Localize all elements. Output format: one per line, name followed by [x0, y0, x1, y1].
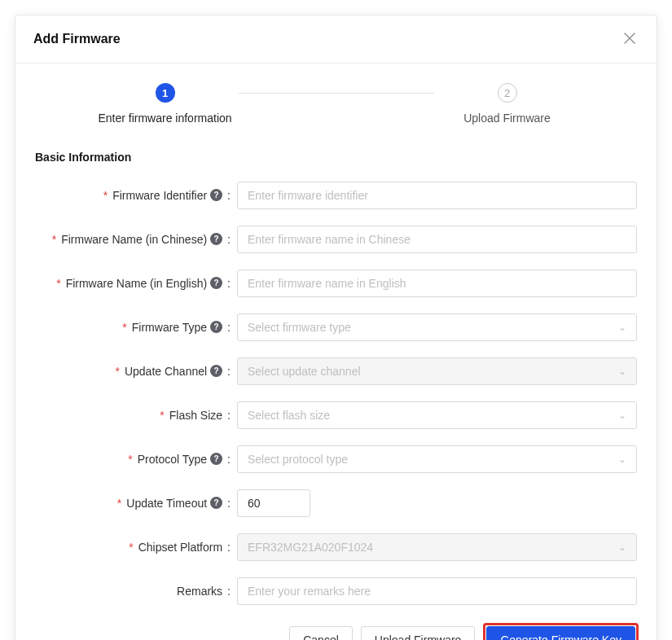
row-firmware-name-cn: * Firmware Name (in Chinese) ? : — [35, 226, 637, 253]
add-firmware-modal: Add Firmware 1 Enter firmware informatio… — [15, 15, 657, 640]
chevron-down-icon: ⌄ — [618, 541, 626, 553]
stepper: 1 Enter firmware information 2 Upload Fi… — [92, 83, 581, 126]
help-icon[interactable]: ? — [210, 321, 222, 333]
step-2: 2 Upload Firmware — [434, 83, 581, 126]
chevron-down-icon: ⌄ — [618, 366, 626, 377]
label-update-timeout: * Update Timeout ? : — [35, 497, 237, 510]
modal-header: Add Firmware — [15, 15, 657, 64]
row-chipset-platform: * Chipset Platform : EFR32MG21A020F1024 … — [35, 533, 637, 561]
label-update-channel: * Update Channel ? : — [35, 365, 237, 378]
label-protocol-type: * Protocol Type ? : — [35, 453, 237, 466]
generate-key-highlight: Generate Firmware Key — [483, 623, 639, 640]
modal-footer: Cancel Upload Firmware Generate Firmware… — [15, 618, 657, 640]
required-marker: * — [103, 189, 108, 202]
required-marker: * — [122, 321, 126, 334]
row-remarks: Remarks : — [35, 577, 637, 605]
close-button[interactable] — [621, 28, 639, 50]
row-flash-size: * Flash Size : Select flash size ⌄ — [35, 401, 637, 429]
modal-title: Add Firmware — [33, 32, 121, 46]
chipset-platform-value: EFR32MG21A020F1024 — [248, 541, 373, 554]
cancel-button[interactable]: Cancel — [289, 626, 353, 640]
row-update-timeout: * Update Timeout ? : — [35, 489, 637, 517]
firmware-type-select[interactable]: Select firmware type ⌄ — [237, 313, 637, 341]
row-firmware-type: * Firmware Type ? : Select firmware type… — [35, 313, 637, 341]
step-1: 1 Enter firmware information — [92, 83, 239, 126]
label-flash-size: * Flash Size : — [35, 409, 237, 422]
help-icon[interactable]: ? — [210, 497, 222, 509]
step-2-label: Upload Firmware — [463, 111, 551, 126]
generate-firmware-key-button[interactable]: Generate Firmware Key — [486, 626, 635, 640]
modal-body: 1 Enter firmware information 2 Upload Fi… — [15, 64, 657, 618]
required-marker: * — [115, 365, 119, 378]
row-update-channel: * Update Channel ? : Select update chann… — [35, 357, 637, 385]
required-marker: * — [129, 541, 133, 554]
required-marker: * — [160, 409, 164, 422]
update-channel-select: Select update channel ⌄ — [237, 357, 637, 385]
chevron-down-icon: ⌄ — [618, 322, 626, 333]
label-firmware-name-cn: * Firmware Name (in Chinese) ? : — [35, 233, 237, 246]
chevron-down-icon: ⌄ — [618, 454, 626, 465]
label-remarks: Remarks : — [35, 585, 237, 598]
section-title-basic: Basic Information — [35, 151, 637, 164]
label-firmware-type: * Firmware Type ? : — [35, 321, 237, 334]
required-marker: * — [52, 233, 56, 246]
close-icon — [624, 33, 635, 44]
help-icon[interactable]: ? — [210, 453, 222, 465]
step-1-label: Enter firmware information — [98, 111, 231, 126]
step-connector — [239, 93, 434, 94]
chipset-platform-select: EFR32MG21A020F1024 ⌄ — [237, 533, 637, 561]
remarks-input[interactable] — [237, 577, 637, 605]
label-firmware-identifier: * Firmware Identifier ? : — [35, 189, 237, 202]
row-protocol-type: * Protocol Type ? : Select protocol type… — [35, 445, 637, 473]
step-2-number: 2 — [498, 83, 517, 103]
firmware-identifier-input[interactable] — [237, 182, 637, 209]
firmware-name-cn-input[interactable] — [237, 226, 637, 253]
help-icon[interactable]: ? — [210, 233, 222, 245]
label-firmware-name-en: * Firmware Name (in English) ? : — [35, 277, 237, 290]
row-firmware-name-en: * Firmware Name (in English) ? : — [35, 270, 637, 297]
required-marker: * — [128, 453, 132, 466]
chevron-down-icon: ⌄ — [618, 410, 626, 421]
firmware-name-en-input[interactable] — [237, 270, 637, 297]
help-icon[interactable]: ? — [210, 189, 222, 201]
update-timeout-input[interactable] — [237, 489, 310, 517]
protocol-type-select[interactable]: Select protocol type ⌄ — [237, 445, 637, 473]
help-icon[interactable]: ? — [210, 277, 222, 289]
flash-size-select[interactable]: Select flash size ⌄ — [237, 401, 637, 429]
help-icon[interactable]: ? — [210, 365, 222, 377]
required-marker: * — [117, 497, 121, 510]
row-firmware-identifier: * Firmware Identifier ? : — [35, 182, 637, 209]
required-marker: * — [56, 277, 60, 290]
label-chipset-platform: * Chipset Platform : — [35, 541, 237, 554]
upload-firmware-button[interactable]: Upload Firmware — [361, 626, 476, 640]
step-1-number: 1 — [156, 83, 175, 103]
